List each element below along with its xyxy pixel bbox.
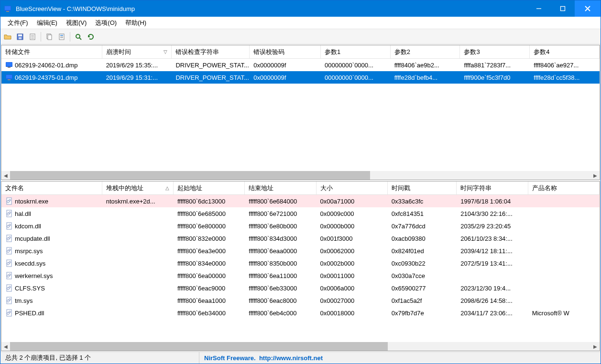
window-title: BlueScreenView - C:\WINDOWS\minidump: [16, 5, 527, 12]
module-list-body[interactable]: ntoskrnl.exentoskrnl.exe+2d...fffff800`6…: [1, 195, 600, 342]
cell-timestamp: 0xacb09380: [388, 235, 457, 242]
module-list-hscroll[interactable]: ◀ ▶: [1, 342, 600, 351]
close-button[interactable]: [575, 0, 601, 17]
cell-timestamp: 0x79fb7d7e: [388, 310, 457, 317]
status-brand: NirSoft Freeware. http://www.nirsoft.net: [199, 352, 328, 364]
scroll-track[interactable]: [10, 171, 591, 180]
col-size[interactable]: 大小: [317, 182, 388, 194]
col-product[interactable]: 产品名称: [528, 182, 600, 194]
scroll-left-icon[interactable]: ◀: [1, 342, 10, 351]
dll-icon: [5, 235, 13, 242]
menu-options[interactable]: 选项(O): [91, 18, 121, 28]
cell-from-addr: fffff800`6e685000: [174, 210, 245, 217]
module-row[interactable]: msrpc.sysfffff800`6ea3e000fffff800`6eaa0…: [1, 245, 600, 257]
dll-icon: [5, 197, 13, 205]
dll-icon: [5, 309, 13, 317]
cell-timestring: 2023/12/30 19:4...: [457, 285, 528, 292]
cell-timestring: 2039/4/12 18:11:...: [457, 247, 528, 255]
dump-list-body[interactable]: 062919-24062-01.dmp2019/6/29 15:35:...DR…: [1, 59, 600, 171]
dump-list-hscroll[interactable]: ◀ ▶: [1, 171, 600, 180]
toolbar-separator: [41, 32, 41, 42]
col-stack-addr[interactable]: 堆栈中的地址△: [102, 182, 174, 194]
cell-timestring: 2034/11/7 23:06:...: [457, 310, 528, 317]
svg-rect-15: [48, 35, 52, 40]
cell-from-addr: fffff800`6ea3e000: [174, 247, 245, 255]
col-crash-time[interactable]: 崩溃时间▽: [102, 45, 172, 58]
window-controls: [527, 0, 601, 17]
module-row[interactable]: mcupdate.dllfffff800`832e0000fffff800`83…: [1, 232, 600, 245]
open-folder-button[interactable]: [2, 32, 13, 42]
dump-list-header: 转储文件 崩溃时间▽ 错误检查字符串 错误校验码 参数1 参数2 参数3 参数4: [1, 45, 600, 59]
properties-button[interactable]: [56, 32, 67, 42]
col-timestring[interactable]: 时间字符串: [457, 182, 528, 194]
scroll-left-icon[interactable]: ◀: [1, 171, 10, 180]
menu-file[interactable]: 文件(F): [3, 18, 33, 28]
col-from-addr[interactable]: 起始地址: [174, 182, 245, 194]
cell-bugcode: 0x0000009f: [250, 62, 321, 69]
col-dump-file[interactable]: 转储文件: [1, 45, 102, 58]
dump-row[interactable]: 062919-24062-01.dmp2019/6/29 15:35:...DR…: [1, 59, 600, 71]
svg-rect-23: [6, 63, 12, 66]
cell-file-name: PSHED.dll: [1, 309, 102, 317]
cell-timestamp: 0x7a776dcd: [388, 223, 457, 230]
cell-to-addr: fffff800`6e721000: [245, 210, 316, 217]
menu-help[interactable]: 帮助(H): [121, 18, 151, 28]
col-bugcheck[interactable]: 错误检查字符串: [172, 45, 250, 58]
cell-to-addr: fffff800`834d3000: [245, 235, 316, 242]
col-file-name[interactable]: 文件名: [1, 182, 102, 194]
scroll-right-icon[interactable]: ▶: [591, 171, 600, 180]
scroll-right-icon[interactable]: ▶: [591, 342, 600, 351]
col-param2[interactable]: 参数2: [391, 45, 460, 58]
module-row[interactable]: kdcom.dllfffff800`6e800000fffff800`6e80b…: [1, 220, 600, 232]
col-param1[interactable]: 参数1: [321, 45, 391, 58]
cell-timestamp: 0x030a7cce: [388, 272, 457, 279]
cell-timestring: 2035/2/9 23:20:45: [457, 223, 528, 230]
svg-rect-27: [8, 79, 11, 80]
refresh-button[interactable]: [86, 32, 96, 42]
nirsoft-link[interactable]: http://www.nirsoft.net: [259, 354, 323, 362]
col-timestamp[interactable]: 时间戳: [388, 182, 457, 194]
cell-size: 0x00027000: [317, 297, 388, 304]
monitor-icon: [5, 61, 13, 69]
dll-icon: [5, 210, 13, 217]
module-row[interactable]: CLFS.SYSfffff800`6eac9000fffff800`6eb330…: [1, 282, 600, 294]
col-bugcode[interactable]: 错误校验码: [250, 45, 321, 58]
svg-rect-9: [19, 37, 22, 39]
col-param4[interactable]: 参数4: [530, 45, 600, 58]
cell-bugcheck: DRIVER_POWER_STAT...: [172, 74, 250, 81]
module-row[interactable]: ntoskrnl.exentoskrnl.exe+2d...fffff800`6…: [1, 195, 600, 207]
dll-icon: [5, 247, 13, 255]
menu-view[interactable]: 视图(V): [62, 18, 91, 28]
module-row[interactable]: werkernel.sysfffff800`6ea00000fffff800`6…: [1, 269, 600, 282]
cell-from-addr: fffff800`6e800000: [174, 223, 245, 230]
scroll-track[interactable]: [10, 342, 591, 351]
col-param3[interactable]: 参数3: [460, 45, 530, 58]
module-row[interactable]: ksecdd.sysfffff800`834e0000fffff800`8350…: [1, 257, 600, 269]
dump-row[interactable]: 062919-24375-01.dmp2019/6/29 15:31:...DR…: [1, 71, 600, 84]
module-row[interactable]: tm.sysfffff800`6eaa1000fffff800`6eac8000…: [1, 294, 600, 307]
cell-from-addr: fffff800`6ea00000: [174, 272, 245, 279]
cell-file-name: werkernel.sys: [1, 272, 102, 279]
cell-file-name: CLFS.SYS: [1, 284, 102, 292]
dll-icon: [5, 259, 13, 267]
find-button[interactable]: [73, 32, 84, 42]
save-button[interactable]: [15, 32, 25, 42]
col-to-addr[interactable]: 结束地址: [245, 182, 316, 194]
menu-edit[interactable]: 编辑(E): [33, 18, 62, 28]
cell-file-name: mcupdate.dll: [1, 235, 102, 242]
module-row[interactable]: PSHED.dllfffff800`6eb34000fffff800`6eb4c…: [1, 307, 600, 319]
toolbar: [0, 29, 601, 44]
minimize-button[interactable]: [527, 0, 551, 17]
cell-param1: 00000000`0000...: [321, 62, 391, 69]
report-button[interactable]: [27, 32, 38, 42]
maximize-button[interactable]: [551, 0, 575, 17]
cell-size: 0x0006a000: [317, 285, 388, 292]
cell-product: Microsoft® W: [528, 310, 600, 317]
module-row[interactable]: hal.dllfffff800`6e685000fffff800`6e72100…: [1, 207, 600, 220]
cell-size: 0x001f3000: [317, 235, 388, 242]
titlebar[interactable]: BlueScreenView - C:\WINDOWS\minidump: [0, 0, 601, 17]
dll-icon: [5, 272, 13, 279]
cell-size: 0x00018000: [317, 310, 388, 317]
cell-timestring: 2061/10/23 8:34:...: [457, 235, 528, 242]
copy-button[interactable]: [44, 32, 55, 42]
